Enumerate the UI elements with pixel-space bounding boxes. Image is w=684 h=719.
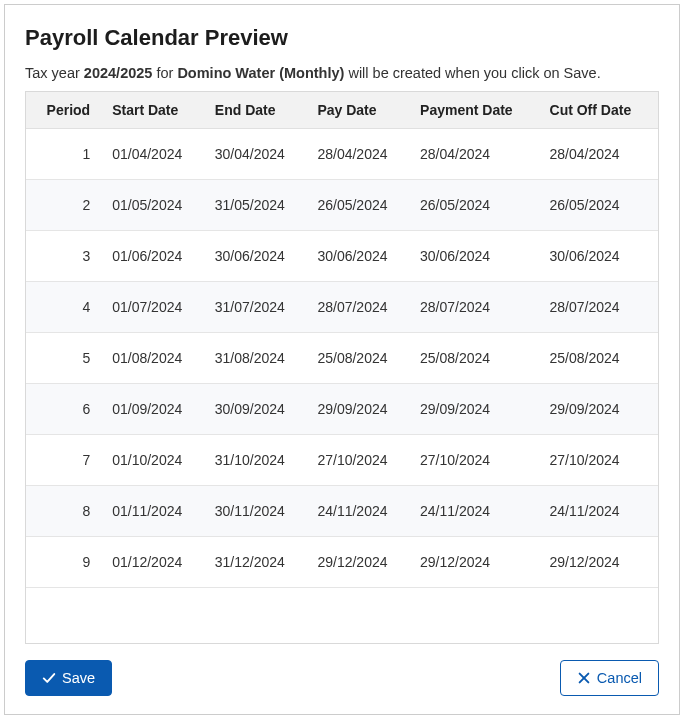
table-row: 3 01/06/2024 30/06/2024 30/06/2024 30/06… xyxy=(26,231,658,282)
cell-end: 31/08/2024 xyxy=(207,333,310,384)
dialog-subtitle: Tax year 2024/2025 for Domino Water (Mon… xyxy=(25,65,659,81)
col-pay-date: Pay Date xyxy=(309,92,412,129)
cell-pay: 28/07/2024 xyxy=(309,282,412,333)
cell-period: 8 xyxy=(26,486,104,537)
cell-cutoff: 28/04/2024 xyxy=(542,129,658,180)
save-label: Save xyxy=(62,670,95,686)
cell-pay: 29/09/2024 xyxy=(309,384,412,435)
cell-start: 01/08/2024 xyxy=(104,333,207,384)
cell-period: 4 xyxy=(26,282,104,333)
cell-start: 01/09/2024 xyxy=(104,384,207,435)
cell-start: 01/07/2024 xyxy=(104,282,207,333)
table-row: 6 01/09/2024 30/09/2024 29/09/2024 29/09… xyxy=(26,384,658,435)
cell-payment: 30/06/2024 xyxy=(412,231,541,282)
cell-pay: 26/05/2024 xyxy=(309,180,412,231)
cancel-button[interactable]: Cancel xyxy=(560,660,659,696)
payroll-calendar-dialog: Payroll Calendar Preview Tax year 2024/2… xyxy=(4,4,680,715)
cell-start: 01/05/2024 xyxy=(104,180,207,231)
cell-payment: 27/10/2024 xyxy=(412,435,541,486)
tax-year: 2024/2025 xyxy=(84,65,153,81)
cell-start: 01/12/2024 xyxy=(104,537,207,588)
table-row: 7 01/10/2024 31/10/2024 27/10/2024 27/10… xyxy=(26,435,658,486)
cell-end: 31/10/2024 xyxy=(207,435,310,486)
cell-start: 01/11/2024 xyxy=(104,486,207,537)
cell-payment: 28/07/2024 xyxy=(412,282,541,333)
table-row: 9 01/12/2024 31/12/2024 29/12/2024 29/12… xyxy=(26,537,658,588)
table-row: 4 01/07/2024 31/07/2024 28/07/2024 28/07… xyxy=(26,282,658,333)
cell-end: 31/07/2024 xyxy=(207,282,310,333)
table-row: 2 01/05/2024 31/05/2024 26/05/2024 26/05… xyxy=(26,180,658,231)
table-body: 1 01/04/2024 30/04/2024 28/04/2024 28/04… xyxy=(26,129,658,588)
save-button[interactable]: Save xyxy=(25,660,112,696)
cell-payment: 26/05/2024 xyxy=(412,180,541,231)
cell-payment: 29/09/2024 xyxy=(412,384,541,435)
cell-end: 30/04/2024 xyxy=(207,129,310,180)
cell-payment: 24/11/2024 xyxy=(412,486,541,537)
close-icon xyxy=(577,671,591,685)
table-row: 5 01/08/2024 31/08/2024 25/08/2024 25/08… xyxy=(26,333,658,384)
dialog-title: Payroll Calendar Preview xyxy=(25,25,659,51)
cell-pay: 27/10/2024 xyxy=(309,435,412,486)
dialog-footer: Save Cancel xyxy=(25,644,659,696)
cell-start: 01/06/2024 xyxy=(104,231,207,282)
cell-pay: 29/12/2024 xyxy=(309,537,412,588)
table-header-row: Period Start Date End Date Pay Date Paym… xyxy=(26,92,658,129)
cell-cutoff: 30/06/2024 xyxy=(542,231,658,282)
cell-period: 1 xyxy=(26,129,104,180)
cell-payment: 28/04/2024 xyxy=(412,129,541,180)
cell-period: 6 xyxy=(26,384,104,435)
table-row: 1 01/04/2024 30/04/2024 28/04/2024 28/04… xyxy=(26,129,658,180)
subtitle-suffix: will be created when you click on Save. xyxy=(344,65,600,81)
table-row: 8 01/11/2024 30/11/2024 24/11/2024 24/11… xyxy=(26,486,658,537)
cell-end: 30/06/2024 xyxy=(207,231,310,282)
cell-pay: 24/11/2024 xyxy=(309,486,412,537)
col-period: Period xyxy=(26,92,104,129)
cell-cutoff: 24/11/2024 xyxy=(542,486,658,537)
cell-period: 2 xyxy=(26,180,104,231)
subtitle-mid: for xyxy=(152,65,177,81)
cell-pay: 25/08/2024 xyxy=(309,333,412,384)
cell-period: 7 xyxy=(26,435,104,486)
company-name: Domino Water (Monthly) xyxy=(177,65,344,81)
cell-cutoff: 26/05/2024 xyxy=(542,180,658,231)
cell-cutoff: 27/10/2024 xyxy=(542,435,658,486)
cell-pay: 30/06/2024 xyxy=(309,231,412,282)
cell-end: 30/11/2024 xyxy=(207,486,310,537)
cell-payment: 29/12/2024 xyxy=(412,537,541,588)
cell-end: 31/05/2024 xyxy=(207,180,310,231)
table-scroll-area[interactable]: Period Start Date End Date Pay Date Paym… xyxy=(25,91,659,644)
cell-cutoff: 25/08/2024 xyxy=(542,333,658,384)
cancel-label: Cancel xyxy=(597,670,642,686)
subtitle-prefix: Tax year xyxy=(25,65,84,81)
col-start-date: Start Date xyxy=(104,92,207,129)
cell-pay: 28/04/2024 xyxy=(309,129,412,180)
cell-cutoff: 29/12/2024 xyxy=(542,537,658,588)
check-icon xyxy=(42,671,56,685)
cell-end: 30/09/2024 xyxy=(207,384,310,435)
cell-cutoff: 29/09/2024 xyxy=(542,384,658,435)
cell-end: 31/12/2024 xyxy=(207,537,310,588)
col-end-date: End Date xyxy=(207,92,310,129)
cell-payment: 25/08/2024 xyxy=(412,333,541,384)
cell-cutoff: 28/07/2024 xyxy=(542,282,658,333)
cell-period: 3 xyxy=(26,231,104,282)
col-payment-date: Payment Date xyxy=(412,92,541,129)
payroll-table: Period Start Date End Date Pay Date Paym… xyxy=(26,92,658,588)
cell-start: 01/10/2024 xyxy=(104,435,207,486)
cell-start: 01/04/2024 xyxy=(104,129,207,180)
col-cutoff-date: Cut Off Date xyxy=(542,92,658,129)
cell-period: 5 xyxy=(26,333,104,384)
cell-period: 9 xyxy=(26,537,104,588)
